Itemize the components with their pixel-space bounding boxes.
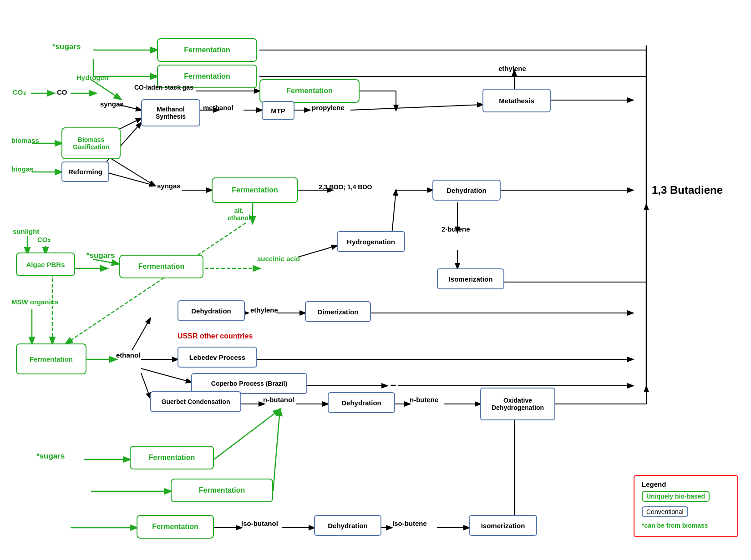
isomerization1-node: Isomerization [437,268,504,289]
ethylene2-label: ethylene [250,306,278,314]
sugars1-label: *sugars [52,42,81,51]
fermentation6-node: Fermentation [16,343,86,374]
isomerization2-node: Isomerization [469,515,537,536]
sunlight-label: sunlight [13,227,39,235]
legend-title: Legend [642,480,730,488]
sugars2-label: *sugars [86,251,115,260]
syngas1-label: syngas [100,100,124,108]
co-laden-label: CO-laden stack gas [134,84,193,91]
sugars3-label: *sugars [36,452,65,461]
n-butene-label: n-butene [410,396,438,404]
co2-label: CO₂ [13,88,26,96]
dehydration4-node: Dehydration [314,515,381,536]
butadiene-node: 1,3 Butadiene [633,177,742,203]
ethylene1-label: ethylene [498,65,526,72]
oxidative-dehyd-node: OxidativeDehydrogenation [480,388,555,420]
svg-line-42 [132,318,150,350]
svg-line-61 [273,409,280,491]
svg-line-5 [91,80,121,99]
svg-line-33 [298,246,337,257]
biomass-label: biomass [11,136,39,144]
hydrogenation-node: Hydrogenation [337,231,405,252]
lebedev-node: Lebedev Process [178,347,257,368]
diagram-container: Fermentation Fermentation Fermentation M… [0,0,751,560]
mtp-node: MTP [262,101,294,120]
dehydration3-node: Dehydration [328,392,395,413]
metathesis-node: Metathesis [482,89,551,112]
reforming-node: Reforming [61,161,109,182]
svg-line-19 [105,172,155,186]
svg-line-45 [141,373,150,398]
succinic-acid-label: succinic acid [257,255,300,262]
legend-bio-item: Uniquely bio-based [642,491,710,502]
dash-label: – [391,379,396,391]
alt-ethanol-label: alt.ethanol [228,207,250,222]
algae-pbrs-node: Algae PBRs [16,252,75,276]
msw-label: MSW organics [11,298,58,306]
biomass-gasification-node: BiomassGasification [61,127,121,159]
n-butanol-label: n-butanol [263,396,294,404]
bdo-label: 2,3 BDO; 1,4 BDO [319,183,372,191]
methanol-synthesis-node: MethanolSynthesis [141,99,200,126]
dehydration1-node: Dehydration [432,180,501,201]
fermentation5-node: Fermentation [119,255,203,278]
syngas2-label: syngas [157,182,181,190]
svg-line-59 [214,409,280,459]
legend-star-item: *can be from biomass [642,522,708,529]
fermentation9-node: Fermentation [137,515,214,539]
svg-line-40 [66,223,246,343]
fermentation4-node: Fermentation [212,177,298,203]
hydrogen-label: Hydrogen [76,74,108,81]
iso-butanol-label: Iso-butanol [241,520,278,527]
ussr-label: USSR other countries [178,332,253,340]
svg-line-18 [105,155,155,186]
iso-butene-label: Iso-butene [392,520,427,527]
legend-box: Legend Uniquely bio-based Conventional *… [634,475,738,537]
ethanol-label: ethanol [116,351,140,359]
dehydration2-node: Dehydration [178,300,245,321]
guerbet-node: Guerbet Condensation [150,391,241,412]
legend-conv-item: Conventional [642,506,688,517]
fermentation7-node: Fermentation [130,446,214,469]
methanol-label: methanol [203,104,233,111]
biogas-label: biogas [11,165,33,173]
propylene-label: propylene [312,104,345,111]
2-butene-label: 2-butene [441,225,470,233]
co2-2-label: CO₂ [37,236,51,244]
fermentation1-node: Fermentation [157,38,257,62]
dimerization-node: Dimerization [305,301,371,322]
co-label: CO [57,88,67,96]
fermentation8-node: Fermentation [171,479,273,502]
fermentation3-node: Fermentation [259,79,360,103]
svg-line-10 [350,105,482,110]
svg-line-44 [141,368,191,382]
